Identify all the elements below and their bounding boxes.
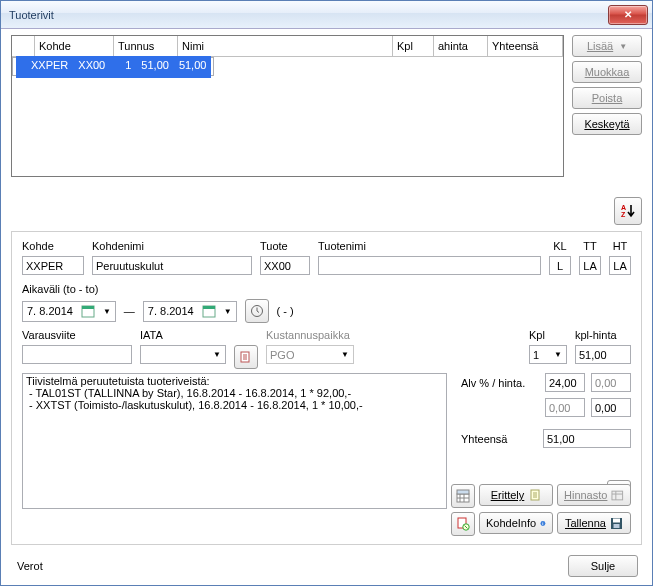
date-separator: — <box>124 305 135 317</box>
cancel-button[interactable]: Keskeytä <box>572 113 642 135</box>
blank2-field[interactable] <box>591 398 631 417</box>
edit-button[interactable]: Muokkaa <box>572 61 642 83</box>
col-nimi[interactable]: Nimi <box>178 36 393 57</box>
dropdown-icon[interactable]: ▼ <box>99 307 115 316</box>
close-button[interactable]: Sulje <box>568 555 638 577</box>
targetinfo-button[interactable]: KohdeInfoi <box>479 512 553 534</box>
label-kustannuspaikka: Kustannuspaikka <box>266 329 396 341</box>
varausviite-field[interactable] <box>22 345 132 364</box>
delete-button[interactable]: Poista <box>572 87 642 109</box>
svg-text:A: A <box>621 204 626 211</box>
kohde-field[interactable] <box>22 256 84 275</box>
svg-text:i: i <box>543 521 544 526</box>
tuote-field[interactable] <box>260 256 310 275</box>
close-icon[interactable]: ✕ <box>608 5 648 25</box>
label-iata: IATA <box>140 329 258 341</box>
table-row[interactable]: XXPER XX00 1 51,00 51,00 <box>12 57 214 76</box>
alvpct-field[interactable] <box>545 373 585 392</box>
clock-icon-button[interactable] <box>245 299 269 323</box>
label-aikavali: Aikaväli (to - to) <box>22 283 98 295</box>
blank1-field <box>545 398 585 417</box>
svg-rect-20 <box>613 524 619 528</box>
cell-kpl: 1 <box>120 56 136 78</box>
kustannuspaikka-select: PGO▼ <box>266 345 354 364</box>
col-kpl[interactable]: Kpl <box>393 36 434 57</box>
label-kl: KL <box>549 240 571 252</box>
dropdown-icon[interactable]: ▼ <box>220 307 236 316</box>
label-kplhinta: kpl-hinta <box>575 329 631 341</box>
summary-textarea[interactable] <box>22 373 447 509</box>
cell-ahinta: 51,00 <box>136 56 174 78</box>
info-doc-icon-button[interactable] <box>451 512 475 536</box>
kl-field[interactable] <box>549 256 571 275</box>
tt-field[interactable] <box>579 256 601 275</box>
add-button[interactable]: Lisää▼ <box>572 35 642 57</box>
row-header-blank <box>12 36 35 57</box>
label-paren-range: ( - ) <box>277 305 294 317</box>
col-kohde[interactable]: Kohde <box>35 36 114 57</box>
label-varausviite: Varausviite <box>22 329 132 341</box>
pricelist-button[interactable]: Hinnasto <box>557 484 631 506</box>
cell-nimi <box>110 56 120 78</box>
label-kohde: Kohde <box>22 240 84 252</box>
cell-yhteensa: 51,00 <box>174 56 212 78</box>
label-tuotenimi: Tuotenimi <box>318 240 541 252</box>
calendar-icon[interactable] <box>77 304 99 318</box>
breakdown-button[interactable]: Erittely <box>479 484 553 506</box>
svg-rect-13 <box>612 491 623 500</box>
calendar-icon[interactable] <box>198 304 220 318</box>
col-yhteensa[interactable]: Yhteensä <box>488 36 563 57</box>
cell-tunnus: XX00 <box>73 56 110 78</box>
iata-lookup-button[interactable] <box>234 345 258 369</box>
label-tuote: Tuote <box>260 240 310 252</box>
ht-field[interactable] <box>609 256 631 275</box>
date-to-field[interactable]: 7. 8.2014 ▼ <box>143 301 237 322</box>
yhteensa-field[interactable] <box>543 429 631 448</box>
label-tt: TT <box>579 240 601 252</box>
kpl-select[interactable]: 1▼ <box>529 345 567 364</box>
iata-select[interactable]: ▼ <box>140 345 226 364</box>
svg-text:Z: Z <box>621 211 626 218</box>
svg-rect-11 <box>457 490 469 494</box>
label-kpl: Kpl <box>529 329 567 341</box>
col-ahinta[interactable]: ahinta <box>434 36 488 57</box>
label-ht: HT <box>609 240 631 252</box>
col-tunnus[interactable]: Tunnus <box>114 36 178 57</box>
label-kohdenimi: Kohdenimi <box>92 240 252 252</box>
label-alvhinta: Alv % / hinta. <box>461 377 539 389</box>
product-rows-grid[interactable]: Kohde Tunnus Nimi Kpl ahinta Yhteensä XX… <box>11 35 564 177</box>
label-verot: Verot <box>17 560 43 572</box>
svg-rect-19 <box>613 518 620 522</box>
alvhinta-field <box>591 373 631 392</box>
svg-rect-3 <box>82 306 94 309</box>
save-button[interactable]: Tallenna <box>557 512 631 534</box>
label-yhteensa: Yhteensä <box>461 433 537 445</box>
tuotenimi-field[interactable] <box>318 256 541 275</box>
cell-kohde: XXPER <box>26 56 73 78</box>
svg-rect-5 <box>203 306 215 309</box>
kohdenimi-field[interactable] <box>92 256 252 275</box>
kplhinta-field[interactable] <box>575 345 631 364</box>
sort-az-button[interactable]: AZ <box>614 197 642 225</box>
grid-calc-icon-button[interactable] <box>451 484 475 508</box>
date-from-field[interactable]: 7. 8.2014 ▼ <box>22 301 116 322</box>
window-title: Tuoterivit <box>9 9 54 21</box>
